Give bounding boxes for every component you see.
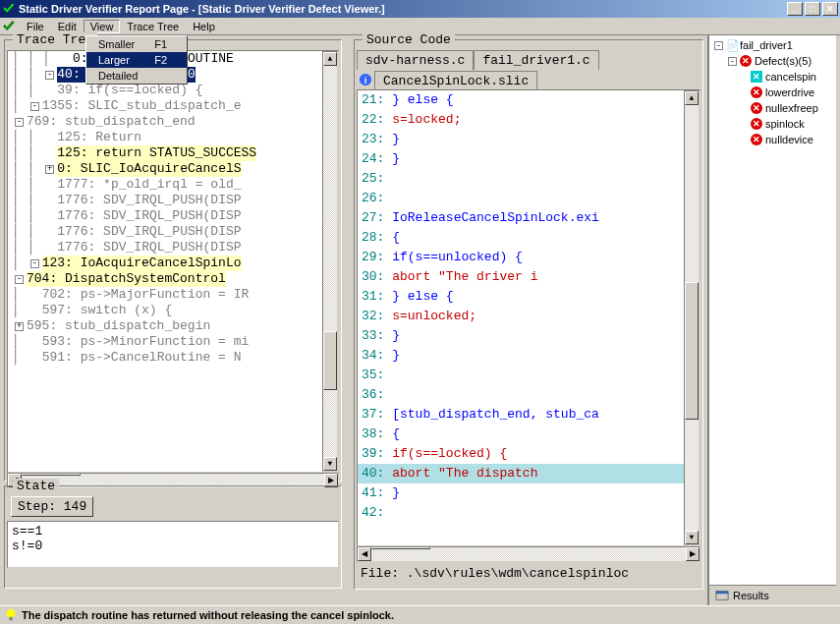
defect-item[interactable]: ✕lowerdrive — [711, 85, 834, 100]
menu-help[interactable]: Help — [186, 21, 222, 32]
source-line[interactable]: 39: if(s==locked) { — [358, 444, 700, 464]
bulb-icon — [4, 608, 18, 622]
trace-line[interactable]: -704: DispatchSystemControl — [8, 271, 338, 287]
dropdown-smaller[interactable]: Smaller F1 — [86, 36, 187, 52]
scroll-up-button[interactable]: ▲ — [685, 91, 699, 105]
dropdown-larger[interactable]: Larger F2 — [86, 52, 187, 68]
trace-line[interactable]: │ │ 125: return STATUS_SUCCESS — [8, 145, 338, 161]
state-var: s!=0 — [12, 539, 334, 553]
expand-icon[interactable]: - — [714, 41, 723, 50]
scroll-down-button[interactable]: ▼ — [323, 457, 337, 471]
minimize-button[interactable]: _ — [787, 2, 803, 16]
source-line[interactable]: 36: — [358, 385, 700, 405]
source-line[interactable]: 30: abort "The driver i — [358, 267, 700, 287]
trace-line[interactable]: │ 702: ps->MajorFunction = IR — [8, 287, 338, 303]
defect-icon: ✕ — [751, 102, 762, 114]
svg-text:i: i — [364, 75, 367, 85]
defects-group: Defect(s)(5) — [755, 53, 812, 69]
source-line[interactable]: 26: — [358, 189, 700, 208]
source-line[interactable]: 21: } else { — [358, 90, 700, 110]
trace-line[interactable]: │ 591: ps->CancelRoutine = N — [8, 350, 338, 366]
source-tab-harness[interactable]: sdv-harness.c — [357, 50, 474, 70]
trace-tree-content[interactable]: │ │ │ 0: SLIC_ERROR_ROUTINE│ │ -40: SLIC… — [7, 50, 339, 473]
menu-edit[interactable]: Edit — [51, 21, 84, 32]
source-line[interactable]: 41: } — [358, 483, 700, 503]
scroll-left-button[interactable]: ◀ — [358, 547, 371, 561]
trace-line[interactable]: │ │ 1777: *p_old_irql = old_ — [8, 177, 338, 193]
defects-tree[interactable]: -📄fail_driver1 -✕Defect(s)(5) ✕cancelspi… — [709, 35, 836, 585]
scroll-down-button[interactable]: ▼ — [685, 531, 699, 544]
trace-line[interactable]: │ 597: switch (x) { — [8, 303, 338, 318]
source-line[interactable]: 23: } — [358, 130, 700, 149]
source-line[interactable]: 42: — [358, 503, 700, 523]
source-line[interactable]: 35: — [358, 366, 700, 385]
source-content[interactable]: 21: } else {22: s=locked;23: }24: }25: 2… — [357, 89, 700, 546]
source-line[interactable]: 40: abort "The dispatch — [358, 464, 700, 483]
trace-line[interactable]: │ 593: ps->MinorFunction = mi — [8, 334, 338, 350]
defect-item[interactable]: ✕spinlock — [711, 116, 834, 132]
trace-line[interactable]: │ │ 125: Return — [8, 130, 338, 145]
defect-icon: ✕ — [751, 71, 762, 83]
dropdown-detailed[interactable]: Detailed — [86, 68, 187, 84]
status-message: The dispatch routine has returned withou… — [22, 609, 394, 621]
trace-line[interactable]: │ │ 1776: SDV_IRQL_PUSH(DISP — [8, 193, 338, 208]
expand-icon[interactable]: + — [15, 322, 24, 331]
trace-line[interactable]: │ │ 39: if(s==locked) { — [8, 83, 338, 98]
results-icon — [715, 589, 729, 602]
defect-item[interactable]: ✕nullexfreep — [711, 100, 834, 116]
source-hscroll[interactable]: ◀ ▶ — [357, 546, 700, 562]
expand-icon[interactable]: - — [30, 102, 39, 111]
source-tab-faildriver[interactable]: fail_driver1.c — [474, 50, 598, 70]
defect-item[interactable]: ✕nulldevice — [711, 132, 834, 147]
expand-icon[interactable]: - — [30, 259, 39, 268]
expand-icon[interactable]: - — [15, 118, 24, 127]
scroll-right-button[interactable]: ▶ — [686, 547, 700, 561]
source-line[interactable]: 34: } — [358, 346, 700, 366]
defects-panel: -📄fail_driver1 -✕Defect(s)(5) ✕cancelspi… — [707, 35, 836, 605]
state-title: State — [13, 479, 59, 493]
source-line[interactable]: 37: [stub_dispatch_end, stub_ca — [358, 405, 700, 425]
expand-icon[interactable]: + — [45, 165, 54, 174]
menu-view[interactable]: View — [84, 20, 121, 33]
trace-line[interactable]: +595: stub_dispatch_begin — [8, 318, 338, 334]
trace-line[interactable]: │ │ 1776: SDV_IRQL_PUSH(DISP — [8, 208, 338, 224]
trace-line[interactable]: │ │ 1776: SDV_IRQL_PUSH(DISP — [8, 224, 338, 240]
window-title: Static Driver Verifier Report Page - [St… — [19, 3, 787, 15]
defect-icon: ✕ — [751, 134, 762, 145]
trace-line[interactable]: │ │ +0: SLIC_IoAcquireCancelS — [8, 161, 338, 177]
trace-vscroll[interactable]: ▲ ▼ — [322, 51, 338, 472]
source-line[interactable]: 28: { — [358, 228, 700, 248]
source-line[interactable]: 31: } else { — [358, 287, 700, 307]
expand-icon[interactable]: - — [15, 275, 24, 284]
menu-file[interactable]: File — [20, 21, 51, 32]
step-button[interactable]: Step: 149 — [11, 496, 93, 517]
defect-icon: ✕ — [751, 86, 762, 98]
defect-item[interactable]: ✕cancelspin — [711, 69, 834, 85]
expand-icon[interactable]: - — [45, 71, 54, 80]
source-line[interactable]: 29: if(s==unlocked) { — [358, 248, 700, 267]
expand-icon[interactable]: - — [728, 57, 737, 66]
source-tab-active[interactable]: CancelSpinLock.slic — [374, 71, 537, 90]
close-button[interactable]: ✕ — [822, 2, 838, 16]
trace-line[interactable]: │ -123: IoAcquireCancelSpinLo — [8, 255, 338, 271]
svg-point-4 — [7, 608, 16, 617]
menu-trace-tree[interactable]: Trace Tree — [120, 21, 186, 32]
maximize-button[interactable]: □ — [805, 2, 820, 16]
source-line[interactable]: 27: IoReleaseCancelSpinLock.exi — [358, 208, 700, 228]
svg-rect-3 — [716, 592, 728, 595]
source-line[interactable]: 33: } — [358, 326, 700, 346]
trace-line[interactable]: -769: stub_dispatch_end — [8, 114, 338, 130]
source-line[interactable]: 25: — [358, 169, 700, 189]
source-panel: Source Code sdv-harness.c fail_driver1.c… — [354, 39, 703, 590]
source-line[interactable]: 22: s=locked; — [358, 110, 700, 130]
checkmark-icon — [2, 20, 16, 33]
results-tab[interactable]: Results — [709, 585, 836, 605]
source-line[interactable]: 38: { — [358, 425, 700, 444]
source-line[interactable]: 24: } — [358, 149, 700, 169]
trace-line[interactable]: │ │ 1776: SDV_IRQL_PUSH(DISP — [8, 240, 338, 255]
scroll-up-button[interactable]: ▲ — [323, 52, 337, 66]
source-line[interactable]: 32: s=unlocked; — [358, 307, 700, 326]
error-icon: ✕ — [740, 55, 752, 67]
trace-line[interactable]: │ -1355: SLIC_stub_dispatch_e — [8, 98, 338, 114]
source-vscroll[interactable]: ▲ ▼ — [684, 90, 700, 545]
